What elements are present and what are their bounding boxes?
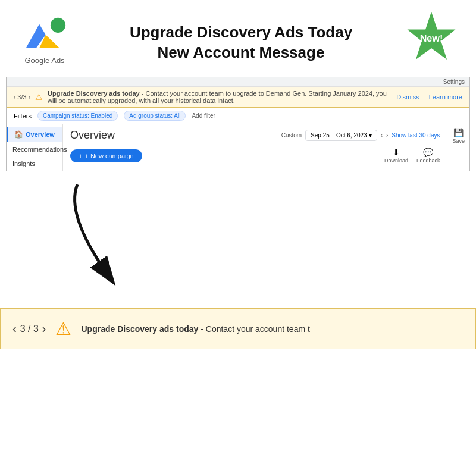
filters-label: Filters — [14, 112, 32, 120]
sidebar-item-overview[interactable]: 🏠 Overview — [7, 127, 62, 142]
date-range-button[interactable]: Sep 25 – Oct 6, 2023 ▾ — [305, 130, 377, 141]
save-icon: 💾 — [453, 128, 464, 137]
highlight-text: Upgrade Discovery ads today - Contact yo… — [81, 324, 309, 334]
highlight-prev-arrow[interactable]: ‹ — [12, 322, 17, 336]
highlight-next-arrow[interactable]: › — [42, 322, 46, 336]
add-filter-button[interactable]: Add filter — [192, 112, 215, 119]
main-title: Upgrade Discovery Ads Today New Account … — [77, 23, 405, 63]
new-badge: New! — [405, 11, 458, 64]
next-notification-arrow[interactable]: › — [29, 94, 30, 101]
next-date-arrow[interactable]: › — [386, 132, 388, 139]
new-campaign-button[interactable]: + + New campaign — [70, 149, 142, 162]
title-container: Upgrade Discovery Ads Today New Account … — [77, 11, 405, 63]
filters-bar: Filters Campaign status: Enabled Ad grou… — [7, 108, 469, 124]
sidebar-insights-label: Insights — [12, 160, 35, 167]
bottom-highlight-bar: ‹ 3 / 3 › ⚠ Upgrade Discovery ads today … — [0, 308, 476, 349]
sidebar: 🏠 Overview Recommendations Insights — [7, 124, 63, 171]
logo-label: Google Ads — [24, 56, 64, 65]
top-settings-bar: Settings — [7, 77, 469, 87]
download-action[interactable]: ⬇ Download — [384, 148, 408, 164]
dropdown-arrow-icon: ▾ — [369, 132, 372, 139]
custom-label: Custom — [281, 132, 302, 139]
overview-header: Overview Custom Sep 25 – Oct 6, 2023 ▾ ‹… — [70, 129, 440, 142]
right-panel-actions: 💾 Save — [447, 124, 469, 171]
date-controls: Custom Sep 25 – Oct 6, 2023 ▾ ‹ › Show l… — [281, 130, 440, 141]
new-badge-text: New! — [420, 33, 443, 43]
notification-bar: ‹ 3/3 › ⚠ Upgrade Discovery ads today - … — [7, 87, 469, 108]
header-area: Google Ads Upgrade Discovery Ads Today N… — [0, 0, 476, 71]
pointing-arrow-icon — [60, 178, 155, 286]
prev-date-arrow[interactable]: ‹ — [381, 132, 383, 139]
svg-point-2 — [51, 18, 65, 33]
download-icon: ⬇ — [393, 148, 400, 157]
notification-text: Upgrade Discovery ads today - Contact yo… — [48, 90, 387, 104]
notification-counter: ‹ 3/3 › — [14, 93, 30, 101]
screen-simulation: Settings ‹ 3/3 › ⚠ Upgrade Discovery ads… — [6, 77, 470, 171]
home-icon: 🏠 — [14, 130, 23, 139]
highlight-warning-icon: ⚠ — [55, 318, 71, 339]
learn-more-button[interactable]: Learn more — [429, 93, 462, 101]
plus-icon: + — [79, 152, 82, 159]
sidebar-overview-label: Overview — [26, 131, 55, 138]
overview-title: Overview — [70, 129, 115, 142]
sidebar-item-insights[interactable]: Insights — [7, 156, 62, 171]
sidebar-item-recommendations[interactable]: Recommendations — [7, 142, 62, 156]
dismiss-button[interactable]: Dismiss — [396, 93, 419, 101]
starburst-icon: New! — [405, 11, 458, 64]
campaign-status-filter[interactable]: Campaign status: Enabled — [37, 111, 118, 121]
google-ads-logo-icon — [23, 11, 66, 54]
prev-notification-arrow[interactable]: ‹ — [14, 94, 15, 101]
feedback-action[interactable]: 💬 Feedback — [416, 148, 440, 164]
show-30-days-link[interactable]: Show last 30 days — [392, 132, 440, 139]
feedback-icon: 💬 — [423, 148, 433, 157]
save-action[interactable]: 💾 Save — [452, 128, 465, 144]
sidebar-recommendations-label: Recommendations — [12, 146, 67, 153]
notification-warning-icon: ⚠ — [35, 92, 43, 102]
main-content-area: 🏠 Overview Recommendations Insights Over… — [7, 124, 469, 171]
logo-container: Google Ads — [12, 11, 77, 65]
highlight-counter: ‹ 3 / 3 › — [12, 322, 46, 336]
ad-group-status-filter[interactable]: Ad group status: All — [124, 111, 186, 121]
content-panel: Overview Custom Sep 25 – Oct 6, 2023 ▾ ‹… — [63, 124, 447, 171]
